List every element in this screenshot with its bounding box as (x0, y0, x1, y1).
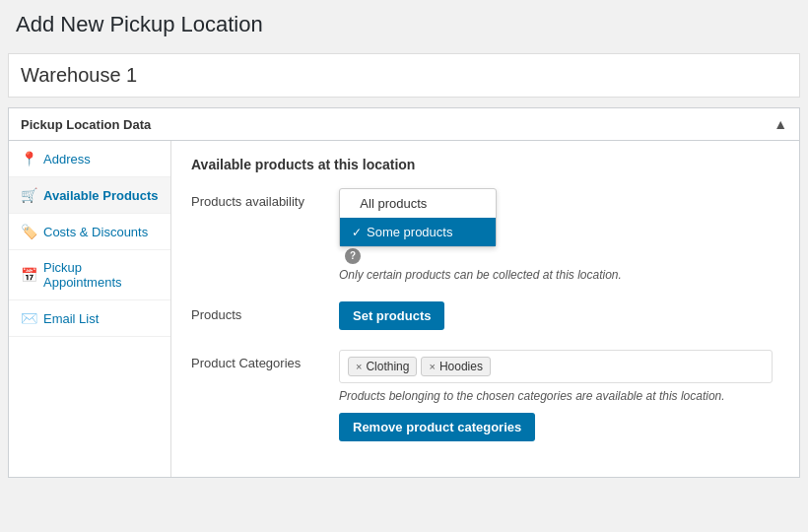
meta-box-header: Pickup Location Data ▲ (9, 108, 799, 141)
product-categories-row: Product Categories × Clothing × Hoodies … (191, 350, 779, 441)
available-products-icon: 🛒 (21, 187, 37, 203)
dropdown-option-all-label: All products (360, 196, 427, 211)
help-icon[interactable]: ? (345, 248, 361, 264)
set-products-button[interactable]: Set products (339, 301, 444, 330)
sidebar-item-email-list-label: Email List (43, 311, 99, 326)
sidebar-item-pickup-appointments-label: Pickup Appointments (43, 260, 159, 290)
sidebar-item-costs-discounts[interactable]: 🏷️ Costs & Discounts (9, 214, 170, 250)
products-availability-value: All products ✓ Some products ? Only cert… (339, 188, 779, 282)
products-availability-label: Products availability (191, 188, 339, 209)
sidebar-item-address-label: Address (43, 152, 91, 166)
pickup-location-meta-box: Pickup Location Data ▲ 📍 Address 🛒 Avail… (8, 107, 800, 478)
location-name-row (8, 53, 800, 98)
dropdown-option-all[interactable]: All products (340, 189, 496, 218)
meta-box-body: 📍 Address 🛒 Available Products 🏷️ Costs … (9, 141, 799, 477)
meta-box-title: Pickup Location Data (21, 117, 151, 132)
location-name-input[interactable] (21, 64, 787, 87)
sidebar-item-costs-discounts-label: Costs & Discounts (43, 225, 148, 239)
section-title: Available products at this location (191, 157, 779, 172)
availability-dropdown-menu: All products ✓ Some products (339, 188, 497, 247)
collapse-button[interactable]: ▲ (774, 116, 787, 132)
dropdown-option-some[interactable]: ✓ Some products (340, 218, 496, 246)
email-list-icon: ✉️ (21, 310, 37, 326)
products-row: Products Set products (191, 301, 779, 330)
dropdown-option-some-label: Some products (367, 225, 452, 239)
pickup-appointments-icon: 📅 (21, 267, 37, 283)
tag-clothing-remove[interactable]: × (356, 361, 362, 372)
address-icon: 📍 (21, 151, 37, 166)
tag-hoodies: × Hoodies (421, 357, 490, 376)
tag-clothing-label: Clothing (366, 360, 409, 373)
product-categories-label: Product Categories (191, 350, 339, 370)
product-categories-tags[interactable]: × Clothing × Hoodies (339, 350, 773, 383)
availability-dropdown[interactable]: All products ✓ Some products ? (339, 188, 497, 264)
page-title: Add New Pickup Location (16, 12, 792, 37)
tag-hoodies-remove[interactable]: × (429, 361, 435, 372)
main-content: Available products at this location Prod… (171, 141, 799, 477)
page-header: Add New Pickup Location (0, 0, 808, 47)
products-label: Products (191, 301, 339, 322)
categories-hint: Products belonging to the chosen categor… (339, 389, 773, 403)
sidebar-item-address[interactable]: 📍 Address (9, 141, 170, 177)
sidebar-item-available-products[interactable]: 🛒 Available Products (9, 177, 170, 214)
product-categories-value: × Clothing × Hoodies Products belonging … (339, 350, 779, 441)
sidebar-item-pickup-appointments[interactable]: 📅 Pickup Appointments (9, 250, 170, 300)
products-availability-row: Products availability All products ✓ Som… (191, 188, 779, 282)
costs-discounts-icon: 🏷️ (21, 224, 37, 239)
availability-hint: Only certain products can be collected a… (339, 268, 779, 282)
products-value: Set products (339, 301, 779, 330)
all-checkmark (352, 197, 355, 211)
tag-clothing: × Clothing (348, 357, 417, 376)
some-checkmark: ✓ (352, 226, 362, 239)
remove-product-categories-button[interactable]: Remove product categories (339, 413, 535, 441)
sidebar-item-email-list[interactable]: ✉️ Email List (9, 300, 170, 337)
sidebar-item-available-products-label: Available Products (43, 188, 159, 203)
sidebar-nav: 📍 Address 🛒 Available Products 🏷️ Costs … (9, 141, 171, 477)
tag-hoodies-label: Hoodies (439, 360, 483, 373)
